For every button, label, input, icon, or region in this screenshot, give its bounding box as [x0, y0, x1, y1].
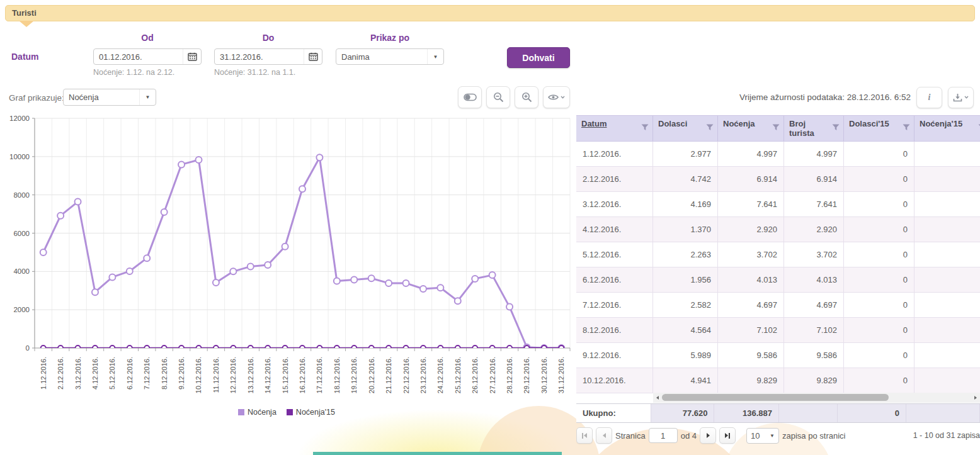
scrollbar-thumb[interactable] [662, 394, 889, 401]
table-row[interactable]: 1.12.2016.2.9774.9974.9970 [576, 142, 980, 167]
column-header[interactable]: Dolasci'15 [844, 116, 914, 141]
record-range-text: 1 - 10 od 31 zapisa [913, 431, 980, 440]
table-cell: 8.12.2016. [576, 318, 653, 342]
table-row[interactable]: 3.12.2016.4.1697.6417.6410 [576, 192, 980, 217]
table-cell [914, 293, 980, 317]
table-cell: 1.12.2016. [576, 142, 653, 166]
column-header[interactable]: Broj turista [784, 116, 844, 141]
page-count-label: od 4 [681, 431, 697, 441]
filter-icon[interactable] [903, 124, 910, 131]
totals-cell [906, 404, 980, 422]
table-cell: 1.956 [653, 267, 718, 292]
data-freshness-text: Vrijeme ažurnosti podataka: 28.12.2016. … [739, 93, 911, 102]
scroll-right-icon[interactable] [971, 396, 980, 400]
page-size-select[interactable]: 10 ▼ [746, 428, 779, 444]
date-to-hint: Noćenje: 31.12. na 1.1. [214, 68, 295, 77]
svg-text:29.12.2016.: 29.12.2016. [523, 357, 530, 393]
table-cell: 4.12.2016. [576, 217, 653, 242]
svg-text:10.12.2016.: 10.12.2016. [195, 357, 202, 393]
table-cell: 3.12.2016. [576, 192, 653, 216]
legend-swatch [287, 409, 293, 415]
table-cell: 0 [844, 192, 914, 216]
svg-text:5.12.2016.: 5.12.2016. [108, 357, 116, 390]
download-button[interactable] [948, 87, 974, 108]
selected-value: Noćenja [64, 93, 99, 102]
column-header[interactable]: Datum [576, 116, 653, 141]
table-cell: 2.263 [653, 242, 718, 267]
column-header[interactable]: Noćenja'15 [914, 116, 980, 141]
scroll-left-icon[interactable] [653, 396, 662, 400]
svg-text:19.12.2016.: 19.12.2016. [350, 357, 358, 393]
table-cell: 7.12.2016. [576, 293, 653, 317]
table-row[interactable]: 8.12.2016.4.5647.1027.1020 [576, 318, 980, 343]
svg-text:2000: 2000 [13, 306, 30, 313]
prikaz-po-select[interactable]: Danima ▼ [336, 48, 444, 65]
prev-page-button[interactable] [596, 427, 612, 444]
column-header[interactable]: Noćenja [718, 116, 784, 141]
table-row[interactable]: 7.12.2016.2.5824.6974.6970 [576, 293, 980, 318]
table-cell [914, 343, 980, 368]
last-page-button[interactable] [719, 427, 736, 444]
filter-icon[interactable] [772, 124, 780, 131]
table-cell: 0 [844, 318, 914, 342]
do-label: Do [214, 33, 322, 43]
table-row[interactable]: 10.12.2016.4.9419.8299.8290 [576, 368, 980, 393]
table-row[interactable]: 6.12.2016.1.9564.0134.0130 [576, 267, 980, 293]
svg-text:30.12.2016.: 30.12.2016. [540, 357, 548, 393]
horizontal-scrollbar[interactable] [653, 393, 980, 403]
svg-text:25.12.2016.: 25.12.2016. [454, 357, 462, 393]
eye-icon [548, 94, 559, 101]
table-cell: 2.582 [653, 293, 718, 317]
table-cell: 2.920 [784, 217, 844, 242]
turisti-dashboard: Turisti Od Do Prikaz po Datum Danima ▼ D… [0, 0, 980, 455]
svg-text:0: 0 [26, 344, 30, 352]
legend-label: Noćenja'15 [296, 408, 335, 417]
svg-text:11.12.2016.: 11.12.2016. [212, 357, 220, 393]
table-cell: 9.829 [784, 368, 844, 393]
svg-text:6000: 6000 [13, 230, 30, 237]
table-row[interactable]: 4.12.2016.1.3702.9202.9200 [576, 217, 980, 242]
table-row[interactable]: 2.12.2016.4.7426.9146.9140 [576, 167, 980, 192]
legend-item[interactable]: Noćenja [238, 408, 276, 417]
date-from-input[interactable] [94, 52, 183, 62]
zoom-in-icon [521, 92, 532, 103]
zoom-out-button[interactable] [486, 86, 510, 108]
chart-toggle-button[interactable] [458, 86, 482, 108]
graf-prikazuje-select[interactable]: Noćenja ▼ [63, 89, 156, 106]
totals-cell: 0 [838, 404, 906, 422]
table-row[interactable]: 5.12.2016.2.2633.7023.7020 [576, 242, 980, 267]
svg-text:15.12.2016.: 15.12.2016. [282, 357, 289, 393]
filter-icon[interactable] [641, 124, 649, 131]
next-page-button[interactable] [700, 427, 716, 444]
totals-cell [779, 404, 838, 422]
table-cell: 4.997 [718, 142, 784, 166]
first-page-button[interactable] [576, 427, 593, 444]
calendar-icon[interactable] [183, 49, 201, 64]
table-cell: 4.169 [653, 192, 718, 216]
table-cell: 5.989 [653, 343, 718, 368]
info-button[interactable]: i [916, 87, 942, 108]
calendar-icon[interactable] [304, 49, 322, 64]
page-number-input[interactable] [649, 428, 678, 443]
dohvati-button[interactable]: Dohvati [507, 47, 570, 68]
table-cell: 7.102 [718, 318, 784, 342]
series-visibility-button[interactable] [543, 86, 570, 108]
legend-label: Noćenja [248, 408, 276, 417]
totals-label: Ukupno: [576, 404, 651, 422]
column-header[interactable]: Dolasci [653, 116, 718, 141]
table-cell: 3.702 [784, 242, 844, 267]
svg-text:8000: 8000 [13, 191, 30, 199]
date-to-input[interactable] [215, 52, 304, 62]
legend-swatch [238, 409, 244, 415]
filter-icon[interactable] [706, 124, 714, 131]
table-cell: 3.702 [718, 242, 784, 267]
table-cell [914, 217, 980, 242]
column-title: Noćenja [723, 119, 764, 128]
svg-text:26.12.2016.: 26.12.2016. [471, 357, 479, 393]
filter-icon[interactable] [832, 124, 840, 131]
tab-turisti[interactable]: Turisti [5, 5, 975, 21]
table-cell: 4.564 [653, 318, 718, 342]
table-row[interactable]: 9.12.2016.5.9899.5869.5860 [576, 343, 980, 368]
zoom-in-button[interactable] [515, 86, 538, 108]
legend-item[interactable]: Noćenja'15 [287, 408, 335, 417]
